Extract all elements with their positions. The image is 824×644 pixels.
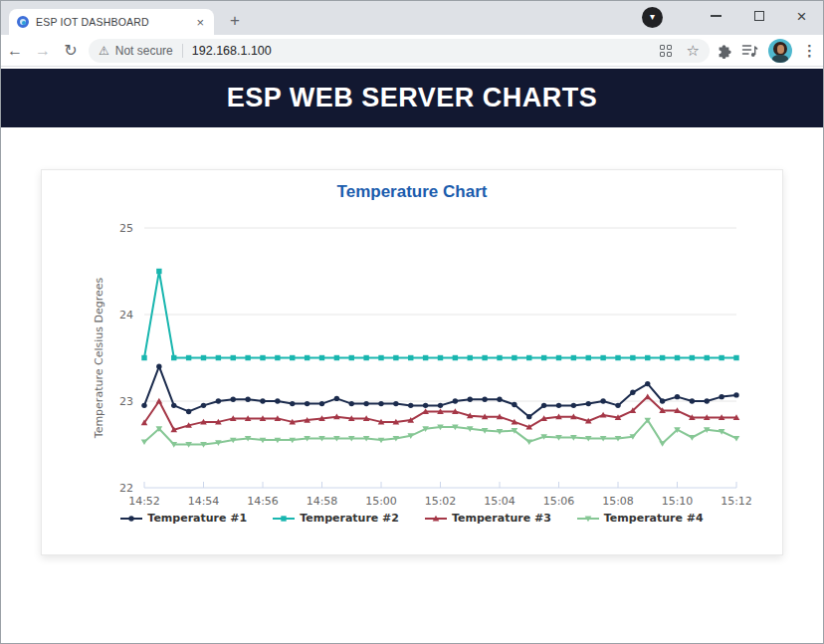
legend-item-1[interactable]: Temperature #1: [120, 512, 247, 525]
series-2-marker: [586, 355, 591, 360]
x-tick-label: 15:12: [721, 495, 752, 508]
menu-dots-icon[interactable]: ⋮: [802, 42, 817, 60]
series-1-marker: [719, 394, 723, 399]
series-1-marker: [541, 403, 546, 408]
legend-label: Temperature #3: [452, 512, 551, 525]
window-controls: ×: [695, 1, 823, 31]
series-1-marker: [171, 403, 176, 408]
series-2-marker: [260, 355, 265, 360]
extensions-puzzle-icon[interactable]: [717, 44, 731, 59]
series-2-marker: [408, 355, 413, 360]
minimize-button[interactable]: [695, 1, 737, 31]
series-1-marker: [156, 364, 161, 369]
series-2-marker: [660, 355, 665, 360]
warning-icon[interactable]: ⚠: [99, 44, 109, 58]
minimize-icon: [711, 15, 721, 17]
series-2-marker: [615, 355, 620, 360]
series-2-marker: [275, 355, 280, 360]
series-1-marker: [438, 403, 443, 408]
forward-icon[interactable]: →: [29, 42, 57, 60]
legend-marker-icon-1: [120, 513, 142, 525]
chart-title: Temperature Chart: [42, 182, 782, 202]
series-2-marker: [600, 355, 605, 360]
address-divider: [182, 44, 183, 58]
x-tick-label: 14:58: [307, 495, 338, 508]
series-1-marker: [468, 397, 473, 402]
page-header: ESP WEB SERVER CHARTS: [1, 69, 823, 127]
series-1-marker: [186, 409, 191, 414]
series-1-marker: [393, 401, 398, 406]
browser-toolbar: ← → ↻ ⚠ Not secure 192.168.1.100 ☆: [1, 35, 823, 67]
series-2-marker: [719, 355, 723, 360]
series-2-marker: [645, 355, 650, 360]
x-tick-label: 15:00: [365, 495, 397, 508]
browser-tab[interactable]: ESP IOT DASHBOARD ×: [9, 9, 214, 35]
series-1-marker: [586, 401, 591, 406]
back-icon[interactable]: ←: [1, 42, 29, 60]
browser-update-icon[interactable]: ▾: [642, 7, 663, 28]
series-2-marker: [290, 355, 295, 360]
profile-avatar[interactable]: [768, 39, 792, 63]
legend-item-3[interactable]: Temperature #3: [425, 512, 551, 525]
legend-marker-icon-3: [425, 513, 447, 525]
series-2-marker: [512, 355, 516, 360]
maximize-button[interactable]: [737, 1, 780, 31]
series-1-marker: [408, 403, 413, 408]
y-tick-label: 22: [119, 482, 133, 495]
y-axis-title: Temperature Celsius Degrees: [93, 278, 105, 440]
series-1-marker: [231, 397, 236, 402]
series-1-marker: [363, 401, 368, 406]
legend-symbol: [281, 516, 286, 521]
reload-icon[interactable]: ↻: [57, 41, 85, 60]
legend-symbol: [129, 516, 134, 521]
legend-marker-icon-2: [273, 513, 295, 525]
legend-item-4[interactable]: Temperature #4: [577, 512, 704, 525]
series-2-marker: [675, 355, 680, 360]
url-text[interactable]: 192.168.1.100: [192, 44, 660, 58]
grid-icon[interactable]: [660, 45, 673, 58]
series-4-marker: [659, 441, 666, 447]
y-tick-label: 24: [119, 309, 133, 322]
series-1-marker: [141, 403, 146, 408]
series-1-marker: [216, 398, 221, 403]
series-1-marker: [334, 396, 339, 401]
tab-close-icon[interactable]: ×: [194, 16, 206, 29]
series-4-marker: [689, 435, 696, 441]
new-tab-button[interactable]: +: [222, 8, 248, 34]
tab-title: ESP IOT DASHBOARD: [36, 16, 194, 28]
series-1-marker: [556, 403, 561, 408]
series-4-marker: [733, 436, 740, 442]
avatar-face: [777, 45, 784, 54]
series-1-marker: [275, 398, 280, 403]
series-2-marker: [141, 355, 146, 360]
series-1-marker: [615, 403, 620, 408]
series-2-marker: [705, 355, 710, 360]
series-1-marker: [571, 403, 576, 408]
x-tick-label: 15:02: [425, 495, 457, 508]
close-button[interactable]: ×: [780, 1, 823, 31]
security-label[interactable]: Not secure: [115, 44, 173, 58]
legend-item-2[interactable]: Temperature #2: [273, 512, 399, 525]
series-1-marker: [526, 414, 531, 419]
toolbar-right: ⋮: [717, 35, 817, 67]
series-4-marker: [141, 439, 148, 445]
series-1-marker: [630, 390, 635, 395]
chart-card: Temperature Chart 2223242514:5214:5414:5…: [41, 169, 783, 555]
browser-window: ESP IOT DASHBOARD × + ▾ × ← → ↻ ⚠ Not se…: [0, 0, 824, 644]
address-bar[interactable]: ⚠ Not secure 192.168.1.100 ☆: [89, 39, 710, 63]
series-2-marker: [630, 355, 635, 360]
series-1-marker: [675, 394, 680, 399]
series-2-marker: [305, 355, 309, 360]
series-1-marker: [290, 401, 295, 406]
legend-label: Temperature #1: [147, 512, 247, 525]
series-4: [141, 418, 740, 448]
series-1-marker: [497, 397, 502, 402]
media-controls-icon[interactable]: [741, 44, 758, 58]
series-1-marker: [423, 403, 428, 408]
maximize-icon: [754, 11, 764, 21]
x-tick-label: 15:08: [602, 495, 634, 508]
chart-legend: Temperature #1Temperature #2Temperature …: [42, 512, 782, 525]
series-2-marker: [453, 355, 458, 360]
series-2-marker: [319, 355, 324, 360]
bookmark-star-icon[interactable]: ☆: [687, 42, 700, 60]
